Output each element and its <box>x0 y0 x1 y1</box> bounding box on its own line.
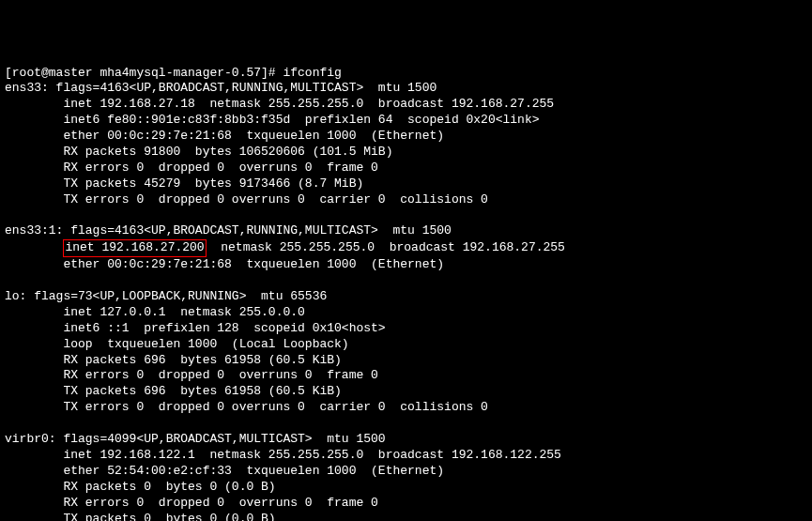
terminal-output: [root@master mha4mysql-manager-0.57]# if… <box>5 66 807 521</box>
ens33-ether: ether 00:0c:29:7e:21:68 txqueuelen 1000 … <box>5 129 444 143</box>
virbr0-ether: ether 52:54:00:e2:cf:33 txqueuelen 1000 … <box>5 464 444 478</box>
ens33-inet6: inet6 fe80::901e:c83f:8bb3:f35d prefixle… <box>5 113 540 127</box>
lo-inet: inet 127.0.0.1 netmask 255.0.0.0 <box>5 305 305 319</box>
virbr0-header: virbr0: flags=4099<UP,BROADCAST,MULTICAS… <box>5 432 386 446</box>
lo-tx-packets: TX packets 696 bytes 61958 (60.5 KiB) <box>5 384 342 398</box>
ens33-inet: inet 192.168.27.18 netmask 255.255.255.0… <box>5 97 554 111</box>
virbr0-rx-errors: RX errors 0 dropped 0 overruns 0 frame 0 <box>5 496 378 510</box>
lo-rx-errors: RX errors 0 dropped 0 overruns 0 frame 0 <box>5 368 378 382</box>
lo-tx-errors: TX errors 0 dropped 0 overruns 0 carrier… <box>5 400 488 414</box>
prompt-line[interactable]: [root@master mha4mysql-manager-0.57]# if… <box>5 66 342 80</box>
lo-loop: loop txqueuelen 1000 (Local Loopback) <box>5 337 349 351</box>
virbr0-tx-packets: TX packets 0 bytes 0 (0.0 B) <box>5 512 276 522</box>
ens33-1-ether: ether 00:0c:29:7e:21:68 txqueuelen 1000 … <box>5 257 444 271</box>
lo-header: lo: flags=73<UP,LOOPBACK,RUNNING> mtu 65… <box>5 289 327 303</box>
ens33-1-header: ens33:1: flags=4163<UP,BROADCAST,RUNNING… <box>5 223 452 238</box>
virbr0-inet: inet 192.168.122.1 netmask 255.255.255.0… <box>5 448 561 462</box>
ens33-tx-errors: TX errors 0 dropped 0 overruns 0 carrier… <box>5 192 488 207</box>
ens33-1-inet-prefix <box>5 240 63 254</box>
ens33-tx-packets: TX packets 45279 bytes 9173466 (8.7 MiB) <box>5 176 363 191</box>
ens33-rx-packets: RX packets 91800 bytes 106520606 (101.5 … <box>5 145 392 159</box>
lo-rx-packets: RX packets 696 bytes 61958 (60.5 KiB) <box>5 353 342 367</box>
highlighted-ip: inet 192.168.27.200 <box>63 239 206 257</box>
ens33-1-inet-suffix: netmask 255.255.255.0 broadcast 192.168.… <box>207 240 565 254</box>
lo-inet6: inet6 ::1 prefixlen 128 scopeid 0x10<hos… <box>5 321 386 335</box>
ens33-header: ens33: flags=4163<UP,BROADCAST,RUNNING,M… <box>5 81 437 95</box>
virbr0-rx-packets: RX packets 0 bytes 0 (0.0 B) <box>5 480 276 494</box>
ens33-rx-errors: RX errors 0 dropped 0 overruns 0 frame 0 <box>5 161 378 175</box>
